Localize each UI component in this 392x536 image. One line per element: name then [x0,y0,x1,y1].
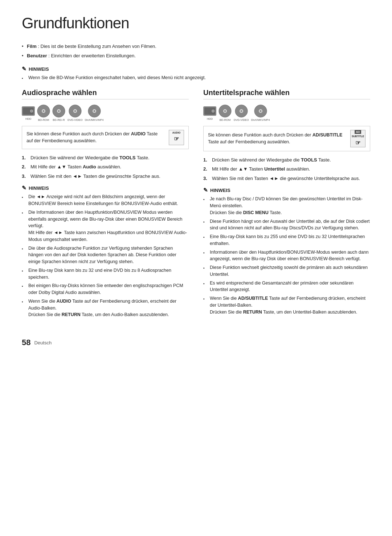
subtitle-step-1: 1. Drücken Sie während der Wiedergabe di… [203,156,370,164]
subtitle-func-text1: Sie können diese Funktion auch durch Drü… [208,132,313,138]
footer-language: Deutsch [34,340,52,345]
ut-dvd-icon [235,105,248,118]
ut-hdd-label: HDD [207,117,213,120]
ut-divx-label: DivX/MKV/MP4 [251,118,270,122]
ad-top-label: AD/ [355,130,361,134]
bdrom-icon-wrapper: BD-ROM [37,105,50,122]
subtitle-function-box: Sie können diese Funktion auch durch Drü… [203,126,370,151]
step-num-2: 2. [22,163,28,171]
page-number: 58 [22,338,30,347]
audio-hinweis-3: Eine Blu-ray Disk kann bis zu 32 und ein… [22,267,189,281]
intro-benutzer-text: : Einrichten der erweiterten Einstellung… [47,53,136,58]
ut-dvd-wrapper: DVD-VIDEO [234,105,249,122]
return-bold-2: RETURN [243,310,262,315]
audio-step-2: 2. Mit Hilfe der ▲▼ Tasten Audio auswähl… [22,163,189,171]
pencil-icon-audio: ✎ [22,185,26,191]
dvd-disc-icon [69,105,82,118]
subtitle-hinweis-3: Informationen über den Hauptfunktion/BON… [203,249,370,263]
divx-disc-icon [88,105,101,118]
svg-point-9 [58,110,60,112]
audio-hinweis-1: Die Informationen über den Hauptfunktion… [22,209,189,243]
subtitle-func-bold: AD/SUBTITLE [313,132,343,138]
intro-bullet-benutzer: Benutzer : Einrichten der erweiterten Ei… [22,52,370,60]
subtitle-step-2: 2. Mit Hilfe der ▲▼ Tasten Untertitel au… [203,165,370,173]
intro-hinweis: ✎ HINWEIS Wenn Sie die BD-Wise Funktion … [22,66,370,81]
bdrer-label: BD-RE/-R [53,118,65,122]
intro-hinweis-item-0: Wenn Sie die BD-Wise Funktion eingeschal… [22,74,370,81]
ut-step-1-text: Drücken Sie während der Wiedergabe die T… [212,156,331,164]
subtitle-label: SUBTITLE [352,135,364,139]
svg-point-6 [43,110,45,112]
audiosprache-icon-row: HDD BD-ROM BD-RE/-R [22,105,189,122]
page-title: Grundfunktionen [22,15,370,32]
ut-bdrom-icon [219,105,232,118]
ut-step-2-text: Mit Hilfe der ▲▼ Tasten Untertitel auswä… [212,165,310,173]
bdrer-icon-wrapper: BD-RE/-R [52,105,65,122]
audio-func-text1: Sie können diese Funktion auch durch Drü… [26,131,131,136]
audio-hinweis-title: ✎ HINWEIS [22,185,189,191]
audio-hinweis-2: Die über die Audiosprache Funktion zur V… [22,245,189,265]
subtitle-step-3: 3. Wählen Sie mit den Tasten ◄► die gewü… [203,175,370,182]
subtitle-hinweis-6: Wenn Sie die AD/SUBTITLE Taste auf der F… [203,295,370,315]
subtitle-hinweis-5: Es wird entsprechend die Gesamtanzahl de… [203,280,370,294]
audio-hinweis-label: HINWEIS [29,185,49,191]
subtitle-hinweis-label: HINWEIS [210,188,230,193]
svg-point-25 [240,110,242,112]
tools-bold-ut1: TOOLS [301,157,317,163]
main-content: Audiosprache wählen HDD B [22,89,370,323]
intro-bullet-film: Film : Dies ist die beste Einstellung zu… [22,43,370,50]
subtitle-hinweis-title: ✎ HINWEIS [203,187,370,193]
divx-label: DivX/MKV/MP4 [85,118,104,122]
audio-btn-label: AUDIO [172,131,181,134]
ut-step-num-3: 3. [203,175,209,182]
subtitle-hinweis-list: Je nach Blu-ray Disc / DVD können Sie de… [203,196,370,315]
intro-hinweis-list: Wenn Sie die BD-Wise Funktion eingeschal… [22,74,370,81]
adsubtitle-bold: AD/SUBTITLE [238,296,268,301]
audio-func-bold: AUDIO [131,131,146,136]
audio-hinweis-4: Bei einigen Blu-ray-Disks können Sie ent… [22,282,189,296]
intro-film-label: Film [27,44,37,49]
svg-point-22 [224,110,226,112]
tools-bold-1: TOOLS [119,155,136,160]
disc-menu-bold: DISC MENU [243,210,269,215]
audio-step-1: 1. Drücken Sie während der Wiedergabe di… [22,154,189,161]
audio-hinweis: ✎ HINWEIS Die ◄► Anzeige wird nicht auf … [22,185,189,318]
bdrom-disc-icon [37,105,50,118]
ut-hdd-icon [203,106,216,116]
return-bold-1: RETURN [62,312,81,317]
step-3-text: Wählen Sie mit den ◄► Tasten die gewünsc… [30,173,160,180]
svg-point-28 [260,110,261,112]
untertitel-section: Untertitelsprache wählen HDD [203,89,370,321]
step-1-text: Drücken Sie während der Wiedergabe die T… [30,154,150,161]
ut-bdrom-label: BD-ROM [220,118,230,122]
hdd-icon [22,106,35,116]
audio-bold-hinweis: AUDIO [57,299,71,304]
subtitle-hinweis-2: Eine Blu-ray-Disk kann bis zu 255 und ei… [203,233,370,247]
subtitle-hinweis-0: Je nach Blu-ray Disc / DVD können Sie de… [203,196,370,216]
intro-bullets: Film : Dies ist die beste Einstellung zu… [22,43,370,59]
hdd-icon-wrapper: HDD [22,106,35,120]
subtitle-hinweis-1: Diese Funktion hängt von der Auswahl der… [203,218,370,232]
audio-hinweis-list: Die ◄► Anzeige wird nicht auf dem Bildsc… [22,193,189,318]
intro-film-text: : Dies ist die beste Einstellung zum Ans… [37,44,156,49]
audio-function-text: Sie können diese Funktion auch durch Drü… [26,131,164,144]
svg-point-12 [74,110,76,112]
audio-steps: 1. Drücken Sie während der Wiedergabe di… [22,154,189,180]
audio-remote-button: AUDIO ☞ [169,130,184,145]
audio-step-3: 3. Wählen Sie mit den ◄► Tasten die gewü… [22,173,189,180]
ut-hdd-wrapper: HDD [203,106,216,120]
pencil-icon-subtitle: ✎ [203,187,208,193]
intro-hinweis-label: HINWEIS [29,66,49,72]
dvd-label: DVD-VIDEO [68,118,83,122]
subtitle-function-text: Sie können diese Funktion auch durch Drü… [208,132,346,146]
audiosprache-title: Audiosprache wählen [22,89,189,99]
subtitle-hinweis: ✎ HINWEIS Je nach Blu-ray Disc / DVD kön… [203,187,370,315]
subtitle-func-text2: Taste auf der Fernbedienung auswählen. [208,139,290,144]
untertitel-bold: Untertitel [264,166,285,172]
step-num-1: 1. [22,154,28,161]
svg-point-3 [31,110,32,112]
hand-icon: ☞ [174,135,179,143]
audiosprache-section: Audiosprache wählen HDD B [22,89,189,323]
ut-bdrom-wrapper: BD-ROM [219,105,232,122]
intro-benutzer-label: Benutzer [27,53,47,58]
